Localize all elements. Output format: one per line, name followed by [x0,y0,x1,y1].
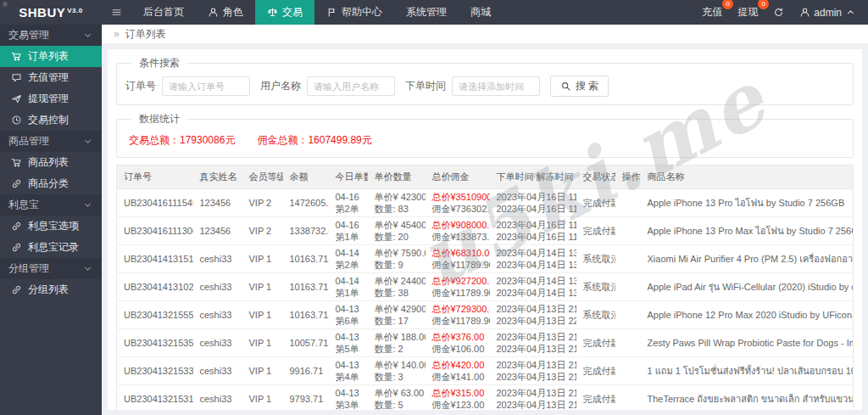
unit-qty-cell: 单价¥ 42300.00数量: 83 [368,189,426,217]
level-cell: VIP 1 [242,385,283,411]
recharge-label: 充值 [702,6,722,18]
sidebar-item-label: 利息宝记录 [28,240,79,255]
times-cell: 2023年04月16日 11:15:452023年04月16日 11:17:29 [490,189,576,217]
table-row: UB2304141315169023 ceshi33 VIP 1 10163.7… [117,245,854,273]
balance-cell: 9793.71 [283,385,329,411]
table-row: UB2304132153198013 ceshi33 VIP 1 9793.71… [117,385,854,411]
sidebar-item[interactable]: 订单列表 [0,46,102,67]
today-orders-cell: 04-13第6单 [329,301,368,329]
unit-qty-cell: 单价¥ 7590.00数量: 9 [368,245,426,273]
order-no-label: 订单号 [125,79,156,93]
sidebar-item-label: 订单列表 [28,49,69,64]
top-right-actions: 充值0 提现0 admin [702,0,868,25]
link-icon [11,284,22,295]
product-cell: TheTerrace ถังขยะพลาสติก ขนาดเล็ก สำหรับ… [641,385,854,411]
col-action: 操作 [615,165,641,189]
balance-cell: 1472605.24 [283,189,329,217]
search-icon [560,81,571,92]
sidebar-item[interactable]: 充值管理 [0,67,102,88]
level-cell: VIP 1 [242,357,283,385]
sidebar-item[interactable]: 交易控制 [0,109,102,131]
search-button-label: 搜 索 [576,79,598,93]
sidebar-item[interactable]: 商品列表 [0,152,102,173]
top-nav-item[interactable]: 角色 [196,0,255,25]
order-no-cell: UB2304132153553472 [117,329,193,357]
order-time-input[interactable] [452,76,540,96]
balance-cell: 10163.71 [283,245,329,273]
sidebar-group[interactable]: 分组管理 [0,258,102,279]
col-times: 下单时间 解冻时间 [490,165,576,189]
top-nav-item[interactable]: 系统管理 [394,0,459,25]
refresh-icon[interactable] [773,7,784,18]
logo-text: SHBUY [19,5,65,20]
content-card: 条件搜索 订单号 用户名称 下单时间 [108,49,862,410]
sidebar-item[interactable]: 商品分类 [0,173,102,194]
status-cell: 系统取消 [576,273,615,301]
action-cell [615,273,641,301]
withdraw-link[interactable]: 提现0 [737,5,758,20]
real-name-cell: ceshi33 [193,385,242,411]
top-nav-item[interactable]: 交易 [255,0,314,25]
balance-cell: 10163.71 [283,273,329,301]
unit-qty-cell: 单价¥ 188.00数量: 2 [368,329,426,357]
withdraw-label: 提现 [737,6,758,18]
user-menu[interactable]: admin [799,7,856,19]
real-name-cell: ceshi33 [193,273,242,301]
action-cell [615,357,641,385]
search-button[interactable]: 搜 索 [550,76,609,97]
unit-qty-cell: 单价¥ 63.00数量: 5 [368,385,426,411]
level-cell: VIP 1 [242,301,283,329]
real-name-cell: ceshi33 [193,301,242,329]
today-orders-cell: 04-13第5单 [329,329,368,357]
level-cell: VIP 2 [242,217,283,245]
today-orders-cell: 04-13第4单 [329,357,368,385]
status-cell: 完成付款 [576,189,615,217]
stats-panel-legend: 数据统计 [132,112,186,126]
top-header: ® SHBUYV3.0 后台首页 角色 交易 帮助中心 系统管理 商城 充值0 … [0,0,868,25]
sidebar-item[interactable]: 分组列表 [0,279,102,300]
top-nav-item-label: 帮助中心 [342,5,382,20]
sidebar-item-label: 充值管理 [28,70,69,85]
times-cell: 2023年04月14日 13:10:222023年04月14日 13:11:33 [490,273,576,301]
hamburger-menu-icon[interactable] [102,0,131,25]
sidebar-item[interactable]: 提现管理 [0,88,102,109]
username-input[interactable] [307,76,395,96]
top-nav-item[interactable]: 帮助中心 [314,0,394,25]
sidebar-group[interactable]: 利息宝 [0,194,102,216]
top-nav-item[interactable]: 商城 [459,0,503,25]
flag-icon [326,7,337,18]
username-field-group: 用户名称 [260,76,395,96]
order-no-input[interactable] [162,76,250,96]
today-orders-cell: 04-16第1单 [329,217,368,245]
col-total-commission: 总价佣金 [426,165,490,189]
sidebar-item-label: 利息宝选项 [28,219,79,233]
sidebar-item[interactable]: 利息宝选项 [0,216,102,237]
top-nav-item-label: 系统管理 [406,5,447,20]
sidebar-group-label: 利息宝 [8,198,39,212]
app-logo: SHBUYV3.0 [0,0,102,25]
recharge-link[interactable]: 充值0 [702,5,722,20]
status-cell: 完成付款 [576,329,615,357]
table-row: UB2304132153553472 ceshi33 VIP 1 10057.7… [117,329,854,357]
real-name-cell: ceshi33 [193,329,242,357]
top-nav-item-label: 商城 [470,5,491,20]
total-commission-cell: 总价¥927200.00佣金¥11789.90 [426,273,490,301]
sidebar-group-label: 交易管理 [8,28,49,42]
sidebar-item[interactable]: 利息宝记录 [0,237,102,258]
real-name-cell: ceshi33 [193,245,242,273]
table-row: UB2304141310225293 ceshi33 VIP 1 10163.7… [117,273,854,301]
col-balance: 余额 [283,165,329,189]
top-nav-item-label: 交易 [282,5,303,20]
action-cell [615,385,641,411]
orders-table-header: 订单号 真实姓名 会员等级 余额 今日单数 单价数量 总价佣金 下单时间 解冻时… [117,165,854,189]
sidebar-group[interactable]: 交易管理 [0,25,102,46]
registered-mark: ® [3,1,8,8]
sidebar-group[interactable]: 商品管理 [0,131,102,152]
action-cell [615,301,641,329]
top-nav-item[interactable]: 后台首页 [131,0,196,25]
level-cell: VIP 2 [242,189,283,217]
gauge-icon [11,115,22,126]
top-nav: 后台首页 角色 交易 帮助中心 系统管理 商城 [131,0,503,25]
link-icon [11,178,22,189]
link-icon [11,221,22,232]
